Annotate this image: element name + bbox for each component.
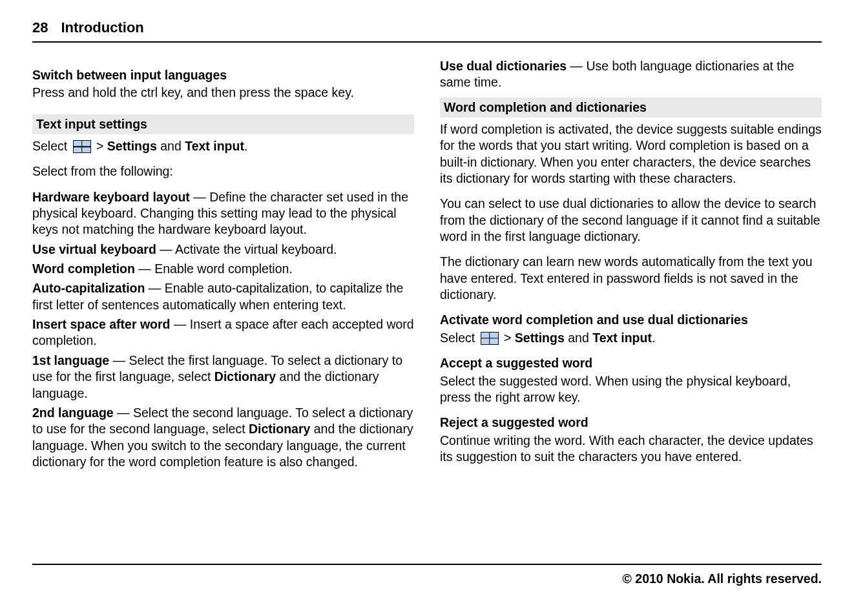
dictionary-label: Dictionary [214, 369, 276, 384]
select-settings-line: Select > Settings and Text input. [32, 138, 414, 154]
def-dual-dictionaries: Use dual dictionaries — Use both languag… [440, 58, 822, 91]
word-completion-para2: You can select to use dual dictionaries … [440, 196, 822, 245]
accept-heading: Accept a suggested word [440, 355, 822, 371]
reject-heading: Reject a suggested word [440, 415, 822, 431]
menu-grid-icon [73, 140, 91, 153]
def-word-completion: Word completion — Enable word completion… [32, 261, 414, 277]
settings-label: Settings [515, 331, 565, 345]
word-completion-heading: Word completion and dictionaries [440, 98, 822, 118]
def-auto-capitalization: Auto-capitalization — Enable auto-capita… [32, 280, 414, 313]
select-following: Select from the following: [32, 163, 414, 180]
text-input-label: Text input [592, 331, 652, 345]
activate-heading: Activate word completion and use dual di… [440, 312, 822, 328]
word-completion-para1: If word completion is activated, the dev… [440, 121, 822, 187]
page-footer: © 2010 Nokia. All rights reserved. [32, 564, 822, 586]
page-number: 28Introduction [32, 19, 144, 36]
def-hardware-keyboard: Hardware keyboard layout — Define the ch… [32, 189, 414, 238]
definition-list: Hardware keyboard layout — Define the ch… [32, 189, 414, 471]
word-completion-para3: The dictionary can learn new words autom… [440, 254, 822, 303]
content-columns: Switch between input languages Press and… [32, 58, 822, 474]
dictionary-label: Dictionary [249, 422, 310, 436]
text-input-label: Text input [185, 139, 244, 153]
text-input-settings-heading: Text input settings [32, 114, 414, 134]
def-virtual-keyboard: Use virtual keyboard — Activate the virt… [32, 241, 414, 258]
activate-body: Select > Settings and Text input. [440, 330, 822, 346]
menu-grid-icon [481, 332, 499, 345]
settings-label: Settings [107, 139, 157, 153]
def-second-language: 2nd language — Select the second languag… [32, 405, 414, 470]
switch-languages-heading: Switch between input languages [32, 67, 414, 83]
accept-body: Select the suggested word. When using th… [440, 373, 822, 406]
left-column: Switch between input languages Press and… [32, 58, 414, 474]
switch-languages-body: Press and hold the ctrl key, and then pr… [32, 85, 414, 101]
copyright-text: © 2010 Nokia. All rights reserved. [623, 571, 822, 586]
def-insert-space: Insert space after word — Insert a space… [32, 316, 414, 349]
reject-body: Continue writing the word. With each cha… [440, 433, 822, 466]
page-header: 28Introduction [32, 19, 822, 43]
def-first-language: 1st language — Select the first language… [32, 353, 414, 402]
right-column: Use dual dictionaries — Use both languag… [440, 58, 822, 474]
